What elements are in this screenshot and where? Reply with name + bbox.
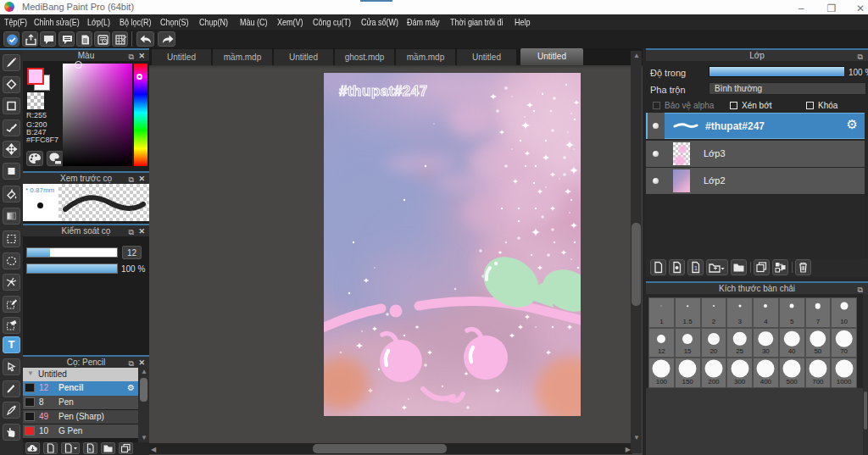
svg-text:1: 1: [694, 265, 698, 271]
svg-text:#thupat#247: #thupat#247: [339, 83, 428, 99]
svg-text:s: s: [89, 447, 92, 452]
